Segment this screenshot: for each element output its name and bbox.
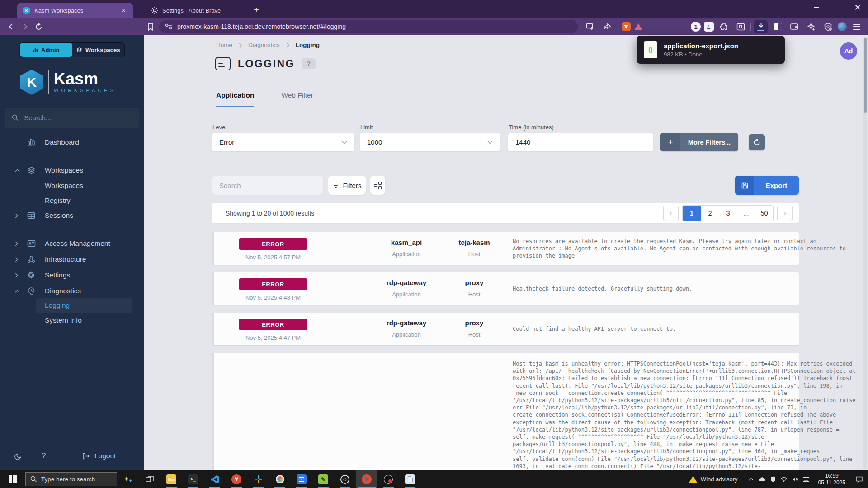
tab-application[interactable]: Application bbox=[216, 91, 254, 107]
search-page-icon[interactable] bbox=[734, 20, 747, 33]
window-close-button[interactable] bbox=[847, 0, 868, 14]
page-1[interactable]: 1 bbox=[683, 206, 701, 221]
chatgpt-icon[interactable]: ⬡ bbox=[334, 470, 356, 488]
notes-app-icon[interactable] bbox=[399, 470, 421, 488]
help-badge[interactable]: ? bbox=[302, 58, 316, 69]
obs-icon[interactable] bbox=[377, 470, 399, 488]
menu-icon[interactable] bbox=[850, 20, 863, 33]
file-explorer-icon[interactable] bbox=[160, 470, 182, 488]
limit-select[interactable]: 1000 bbox=[360, 133, 500, 151]
log-row[interactable]: ERROR Nov 5, 2025 4:48 PM rdp-gatewayApp… bbox=[212, 272, 799, 305]
tab-close-icon[interactable]: × bbox=[119, 6, 127, 14]
window-maximize-button[interactable] bbox=[826, 0, 847, 14]
admin-mode-button[interactable]: Admin bbox=[20, 43, 72, 57]
wifi-icon[interactable] bbox=[781, 477, 787, 482]
onedrive-cloud-icon[interactable] bbox=[759, 477, 765, 482]
brave-rewards-icon[interactable] bbox=[634, 23, 642, 30]
volume-icon[interactable] bbox=[792, 477, 798, 482]
time-input[interactable] bbox=[515, 138, 646, 146]
bookmark-icon[interactable] bbox=[144, 20, 157, 33]
site-settings-icon[interactable] bbox=[165, 23, 173, 30]
sidebar-subitem-registry[interactable]: Registry bbox=[45, 193, 71, 208]
sidebar-item-dashboard[interactable]: Dashboard bbox=[0, 135, 144, 150]
ring-app-icon[interactable] bbox=[269, 470, 291, 488]
breadcrumb-home[interactable]: Home bbox=[216, 42, 232, 48]
vpn-shield-icon[interactable] bbox=[821, 20, 835, 33]
brave-icon[interactable] bbox=[226, 470, 247, 488]
sidebar-toggle-icon[interactable] bbox=[771, 20, 784, 33]
pagination-next-icon[interactable]: › bbox=[777, 206, 793, 221]
sidebar-item-access-management[interactable]: Access Management bbox=[0, 236, 144, 251]
sidebar-subitem-logging[interactable]: Logging bbox=[36, 298, 132, 313]
export-button[interactable]: Export bbox=[735, 176, 799, 195]
user-avatar[interactable]: Ad bbox=[840, 42, 857, 60]
log-search-box[interactable] bbox=[212, 176, 323, 195]
sidebar-search[interactable] bbox=[5, 108, 139, 128]
refresh-button[interactable] bbox=[749, 134, 765, 150]
extensions-puzzle-icon[interactable] bbox=[717, 20, 731, 33]
active-browser-icon[interactable] bbox=[356, 470, 377, 488]
languagetool-extension-icon[interactable]: L bbox=[704, 22, 714, 32]
task-view-icon[interactable] bbox=[139, 470, 160, 488]
sidebar-subitem-system-info[interactable]: System Info bbox=[45, 313, 82, 328]
log-row[interactable]: ERROR Nov 5, 2025 4:47 PM rdp-gatewayApp… bbox=[212, 313, 799, 345]
sidebar-item-infrastructure[interactable]: Infrastructure bbox=[0, 252, 144, 267]
more-filters-button[interactable]: + More Filters... bbox=[660, 133, 738, 151]
sidebar-search-input[interactable] bbox=[24, 114, 132, 122]
brave-shields-icon[interactable] bbox=[622, 22, 631, 31]
vscode-icon[interactable] bbox=[204, 470, 226, 488]
level-select[interactable]: Error bbox=[212, 133, 354, 151]
forward-icon[interactable] bbox=[18, 20, 32, 33]
wallet-icon[interactable] bbox=[788, 20, 801, 33]
action-center-icon[interactable] bbox=[850, 470, 868, 488]
share-icon[interactable] bbox=[600, 20, 614, 33]
copilot-icon[interactable]: ✦✦ bbox=[117, 470, 139, 488]
slack-icon[interactable] bbox=[247, 470, 269, 488]
content-scrollbar[interactable] bbox=[863, 36, 867, 469]
log-row[interactable]: Host teja-kasm is unhealthy error: HTTPS… bbox=[212, 353, 799, 470]
sidebar-item-sessions[interactable]: Sessions bbox=[0, 208, 144, 223]
downloads-icon[interactable] bbox=[754, 20, 768, 33]
tab-web-filter[interactable]: Web Filter bbox=[281, 91, 313, 107]
tray-chevron-up-icon[interactable] bbox=[749, 478, 754, 481]
onepassword-extension-icon[interactable]: 1 bbox=[691, 22, 701, 32]
sidebar-item-diagnostics[interactable]: Diagnostics bbox=[0, 283, 144, 299]
filters-button[interactable]: Filters bbox=[328, 176, 366, 195]
mail-app-icon[interactable] bbox=[291, 470, 312, 488]
log-search-input[interactable] bbox=[219, 182, 316, 189]
taskbar-search[interactable]: Type here to search bbox=[25, 472, 117, 486]
address-bar[interactable]: proxmox-kasm-118.teja.oci.dev.remotebrow… bbox=[159, 20, 578, 33]
dark-mode-moon-icon[interactable] bbox=[14, 452, 22, 460]
terminal-icon[interactable]: >_ bbox=[182, 470, 204, 488]
tor-window-icon[interactable] bbox=[838, 22, 847, 31]
workspaces-mode-button[interactable]: Workspaces bbox=[72, 43, 125, 57]
new-tab-button[interactable]: + bbox=[250, 4, 263, 16]
leo-ai-sparkles-icon[interactable] bbox=[804, 20, 818, 33]
tab-brave-settings[interactable]: Settings - About Brave bbox=[146, 3, 241, 18]
page-50[interactable]: 50 bbox=[755, 206, 773, 221]
weather-status[interactable]: Wind advisory bbox=[683, 476, 744, 483]
reload-icon[interactable] bbox=[32, 20, 45, 33]
page-3[interactable]: 3 bbox=[719, 206, 737, 221]
logout-button[interactable]: Logout bbox=[83, 452, 116, 460]
scrollbar-thumb[interactable] bbox=[864, 38, 867, 113]
sidebar-subitem-workspaces[interactable]: Workspaces bbox=[45, 178, 83, 193]
help-icon[interactable]: ? bbox=[42, 451, 46, 460]
pagination-prev-icon[interactable]: ‹ bbox=[663, 206, 679, 221]
notepad-plus-icon[interactable]: ✎ bbox=[312, 470, 334, 488]
start-button[interactable] bbox=[0, 470, 25, 488]
window-minimize-button[interactable] bbox=[806, 0, 826, 14]
send-to-device-icon[interactable] bbox=[583, 20, 597, 33]
keyboard-layout-icon[interactable] bbox=[803, 477, 809, 482]
breadcrumb-diagnostics[interactable]: Diagnostics bbox=[248, 42, 280, 48]
back-icon[interactable] bbox=[5, 20, 18, 33]
sidebar-item-workspaces[interactable]: Workspaces bbox=[0, 163, 144, 178]
sidebar-item-settings[interactable]: Settings bbox=[0, 267, 144, 283]
taskbar-clock[interactable]: 16:59 05-11-2025 bbox=[814, 473, 850, 486]
download-notification[interactable]: {} application-export.json 982 KB • Done bbox=[637, 36, 785, 64]
tab-kasm-workspaces[interactable]: k Kasm Workspaces × bbox=[17, 3, 133, 18]
page-2[interactable]: 2 bbox=[701, 206, 719, 221]
security-shield-icon[interactable] bbox=[770, 476, 776, 482]
grid-view-button[interactable] bbox=[370, 176, 385, 195]
log-row[interactable]: ERROR Nov 5, 2025 4:57 PM kasm_apiApplic… bbox=[212, 232, 799, 265]
